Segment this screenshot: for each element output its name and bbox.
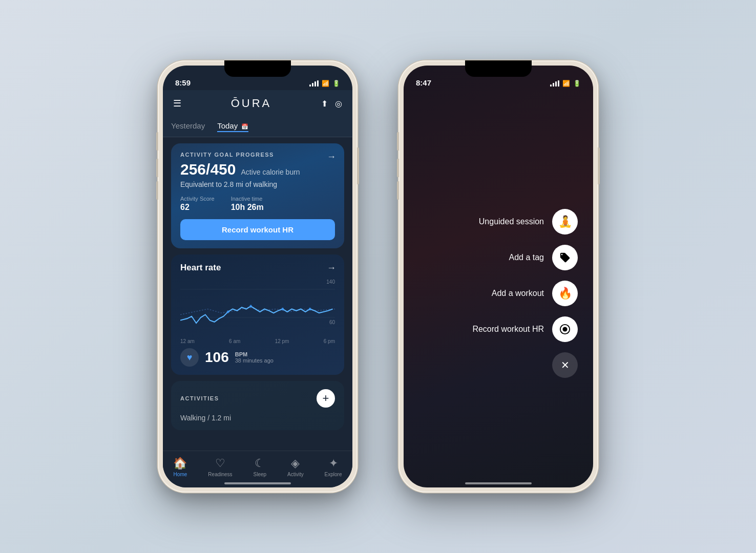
home-indicator-left (224, 482, 291, 484)
wifi-icon-left: 📶 (322, 80, 329, 87)
activity-score-stat: Activity Score 62 (180, 196, 215, 212)
hr-x-labels: 12 am 6 am 12 pm 6 pm (180, 338, 335, 344)
phones-container: 8:59 📶 🔋 ☰ ŌURA ⬆ ◎ (158, 60, 598, 493)
svg-point-4 (282, 308, 284, 311)
target-icon[interactable]: ◎ (335, 99, 342, 109)
hr-unit: BPM (235, 351, 274, 357)
hr-label-12pm: 12 pm (275, 338, 289, 344)
inactive-time-stat: Inactive time 10h 26m (231, 196, 264, 212)
signal-icon-left (309, 80, 319, 87)
unguided-session-label: Unguided session (479, 217, 544, 226)
action-unguided-session[interactable]: Unguided session 🧘 (479, 209, 578, 235)
activity-goal-card[interactable]: → ACTIVITY GOAL PROGRESS 256/450 Active … (171, 143, 344, 248)
action-close[interactable]: ✕ (552, 352, 578, 378)
hr-chart: 140 60 (180, 278, 335, 334)
arrow-icon-activity: → (327, 152, 336, 162)
action-add-workout[interactable]: Add a workout 🔥 (492, 281, 578, 306)
equivalent-text: Equivalent to 2.8 mi of walking (180, 180, 335, 188)
arrow-icon-hr: → (327, 263, 336, 273)
battery-icon-right: 🔋 (573, 80, 581, 87)
record-workout-btn-activity[interactable]: Record workout HR (180, 219, 335, 240)
add-tag-label: Add a tag (509, 253, 544, 262)
add-activity-button[interactable]: + (317, 389, 335, 408)
status-icons-right: 📶 🔋 (550, 80, 581, 87)
nav-explore-label: Explore (325, 472, 342, 477)
sleep-icon: ☾ (255, 457, 265, 470)
heart-rate-card: → Heart rate 140 60 (171, 254, 344, 375)
hr-label-12am: 12 am (180, 338, 195, 344)
hr-label-6am: 6 am (229, 338, 240, 344)
notch-right (465, 60, 532, 77)
hr-current-value: 106 (205, 349, 229, 366)
calorie-row: 256/450 Active calorie burn (180, 161, 335, 178)
tab-today[interactable]: Today 📅 (217, 121, 248, 132)
nav-readiness[interactable]: ♡ Readiness (208, 457, 232, 477)
explore-icon: ✦ (329, 457, 338, 470)
hr-time: 38 minutes ago (235, 357, 274, 364)
nav-activity[interactable]: ◈ Activity (287, 457, 304, 477)
activity-icon: ◈ (291, 457, 300, 470)
right-phone: 8:47 📶 🔋 Unguided session 🧘 (398, 60, 598, 493)
activities-header: ACTIVITIES + (180, 389, 335, 408)
home-icon: 🏠 (173, 457, 187, 470)
nav-explore[interactable]: ✦ Explore (325, 457, 342, 477)
hr-y-max: 140 (326, 279, 335, 285)
time-left: 8:59 (175, 78, 191, 87)
content-area: → ACTIVITY GOAL PROGRESS 256/450 Active … (163, 137, 352, 451)
activities-title: ACTIVITIES (180, 395, 219, 401)
calendar-icon: 📅 (241, 123, 248, 130)
hr-current-row: ♥ 106 BPM 38 minutes ago (180, 348, 335, 367)
nav-readiness-label: Readiness (208, 472, 232, 477)
inactive-time-label: Inactive time (231, 196, 264, 202)
hamburger-icon[interactable]: ☰ (173, 98, 181, 109)
signal-icon-right (550, 80, 559, 87)
calories-label: Active calorie burn (241, 168, 300, 176)
readiness-icon: ♡ (215, 457, 225, 470)
activity-score-label: Activity Score (180, 196, 215, 202)
action-record-hr[interactable]: Record workout HR (472, 316, 578, 342)
hr-chart-svg (180, 278, 335, 334)
inactive-time-value: 10h 26m (231, 203, 264, 212)
walking-activity-item: Walking / 1.2 mi (180, 414, 335, 422)
app-logo: ŌURA (231, 97, 272, 110)
hr-title: Heart rate (180, 263, 335, 273)
right-screen: 8:47 📶 🔋 Unguided session 🧘 (404, 66, 593, 487)
heart-icon: ♥ (180, 348, 199, 367)
record-svg (559, 324, 571, 335)
action-menu: Unguided session 🧘 Add a tag Add a worko… (472, 209, 578, 378)
calories-main-value: 256/450 (180, 161, 236, 178)
svg-point-2 (227, 310, 229, 313)
share-icon[interactable]: ⬆ (321, 99, 328, 109)
nav-sleep-label: Sleep (254, 472, 267, 477)
unguided-session-icon[interactable]: 🧘 (552, 209, 578, 235)
tab-yesterday[interactable]: Yesterday (171, 121, 205, 132)
stats-row: Activity Score 62 Inactive time 10h 26m (180, 196, 335, 212)
time-right: 8:47 (416, 78, 431, 87)
activities-card: ACTIVITIES + Walking / 1.2 mi (171, 381, 344, 430)
nav-action-icons: ⬆ ◎ (321, 99, 342, 109)
add-workout-label: Add a workout (492, 289, 544, 298)
nav-home-label: Home (174, 472, 187, 477)
hr-y-mid: 60 (329, 320, 335, 325)
record-hr-label: Record workout HR (472, 325, 544, 334)
tabs-bar: Yesterday Today 📅 (163, 117, 352, 137)
notch-left (224, 60, 291, 77)
close-button[interactable]: ✕ (552, 352, 578, 378)
status-icons-left: 📶 🔋 (309, 80, 340, 87)
svg-point-3 (249, 305, 251, 308)
activity-score-value: 62 (180, 203, 215, 212)
nav-activity-label: Activity (287, 472, 304, 477)
nav-bar-left: ☰ ŌURA ⬆ ◎ (163, 90, 352, 117)
add-workout-icon[interactable]: 🔥 (552, 281, 578, 306)
battery-icon-left: 🔋 (332, 80, 340, 87)
record-hr-icon[interactable] (552, 316, 578, 342)
nav-home[interactable]: 🏠 Home (173, 457, 187, 477)
action-add-tag[interactable]: Add a tag (509, 245, 578, 270)
svg-point-5 (309, 308, 311, 311)
wifi-icon-right: 📶 (562, 80, 570, 87)
hr-unit-time: BPM 38 minutes ago (235, 351, 274, 364)
nav-sleep[interactable]: ☾ Sleep (254, 457, 267, 477)
hr-label-6pm: 6 pm (324, 338, 335, 344)
activity-card-title: ACTIVITY GOAL PROGRESS (180, 152, 335, 158)
add-tag-icon[interactable] (552, 245, 578, 270)
